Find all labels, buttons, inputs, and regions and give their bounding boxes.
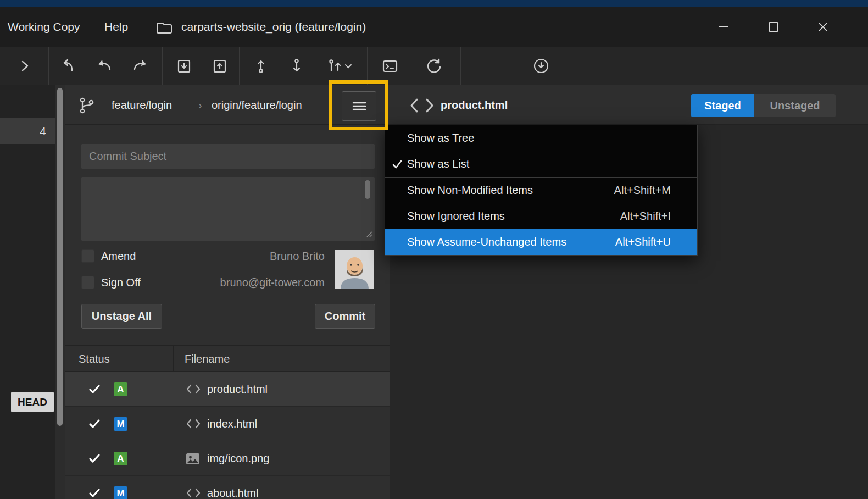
toolbar-separator: [48, 47, 49, 85]
breadcrumb-separator: ›: [198, 85, 202, 125]
commit-graph-rail: 4 HEAD: [0, 85, 55, 499]
toolbar: [0, 47, 868, 85]
close-button[interactable]: [805, 7, 841, 47]
minimize-button[interactable]: [705, 7, 742, 47]
file-name: product.html: [207, 372, 268, 407]
maximize-button[interactable]: [755, 7, 792, 47]
menu-item-show-non-modified[interactable]: Show Non-Modified Items Alt+Shift+M: [385, 178, 697, 203]
menu-item-label: Show as Tree: [407, 132, 474, 144]
menu-working-copy[interactable]: Working Copy: [8, 7, 80, 47]
folder-icon: [155, 20, 173, 35]
sign-off-checkbox[interactable]: [81, 276, 94, 289]
status-badge: M: [114, 486, 127, 499]
toolbar-separator: [460, 47, 461, 85]
pull-icon[interactable]: [172, 54, 196, 78]
menu-shortcut: Alt+Shift+M: [614, 178, 671, 203]
amend-checkbox[interactable]: [81, 250, 94, 263]
toolbar-separator: [367, 47, 368, 85]
branch-icon: [77, 96, 96, 115]
push-icon[interactable]: [208, 54, 232, 78]
code-file-icon: [186, 384, 201, 395]
menu-item-label: Show Assume-Unchanged Items: [407, 236, 566, 248]
menu-item-show-ignored[interactable]: Show Ignored Items Alt+Shift+I: [385, 203, 697, 229]
head-badge: HEAD: [11, 392, 54, 412]
window-title: carparts-website_orig (feature/login): [181, 7, 366, 47]
tracking-branch[interactable]: origin/feature/login: [212, 85, 302, 125]
redo-icon[interactable]: [128, 54, 152, 78]
code-file-icon: [409, 97, 435, 114]
staged-checkmark-icon[interactable]: [88, 452, 101, 465]
commit-button[interactable]: Commit: [315, 304, 375, 329]
diff-panel-header: product.html Staged Unstaged: [390, 85, 868, 125]
author-name: Bruno Brito: [270, 250, 325, 263]
menu-item-label: Show Ignored Items: [407, 210, 505, 222]
staged-checkmark-icon[interactable]: [88, 486, 101, 499]
checkout-icon[interactable]: [57, 54, 81, 78]
code-file-icon: [186, 418, 201, 429]
textarea-scrollbar-thumb[interactable]: [365, 180, 370, 199]
rail-scrollbar[interactable]: [55, 85, 65, 499]
amend-label: Amend: [101, 250, 136, 263]
file-row-icon-png[interactable]: A img/icon.png: [65, 441, 390, 476]
avatar: [335, 250, 374, 289]
menu-shortcut: Alt+Shift+I: [620, 203, 671, 229]
sign-off-label: Sign Off: [101, 276, 141, 289]
image-file-icon: [186, 453, 200, 465]
refresh-icon[interactable]: [422, 54, 446, 78]
menu-help[interactable]: Help: [104, 7, 128, 47]
commit-subject-input[interactable]: [81, 144, 375, 169]
titlebar: Working Copy Help carparts-website_orig …: [0, 7, 868, 47]
status-badge: A: [114, 452, 127, 465]
app-window: Working Copy Help carparts-website_orig …: [0, 0, 868, 499]
menu-item-show-assume-unchanged[interactable]: Show Assume-Unchanged Items Alt+Shift+U: [385, 229, 697, 255]
file-name: img/icon.png: [207, 441, 269, 476]
apply-stash-icon[interactable]: [285, 54, 309, 78]
diff-file-title: product.html: [441, 85, 508, 125]
staged-checkmark-icon[interactable]: [88, 382, 101, 396]
staged-unstaged-toggle: Staged Unstaged: [691, 94, 836, 117]
fetch-icon[interactable]: [529, 54, 553, 78]
menu-item-label: Show as List: [407, 158, 469, 170]
view-options-menu: Show as Tree Show as List Show Non-Modif…: [385, 125, 698, 256]
rail-scrollbar-thumb[interactable]: [57, 88, 63, 426]
staged-tab[interactable]: Staged: [691, 94, 754, 117]
menu-shortcut: Alt+Shift+U: [615, 229, 671, 255]
code-file-icon: [186, 487, 201, 498]
file-row-product[interactable]: A product.html: [65, 372, 390, 407]
highlight-annotation-box: [329, 80, 388, 130]
unstage-all-button[interactable]: Unstage All: [81, 304, 162, 329]
toolbar-separator: [318, 47, 318, 85]
file-row-index[interactable]: M index.html: [65, 407, 390, 441]
expand-panel-button[interactable]: [13, 54, 37, 78]
status-badge: M: [114, 417, 127, 431]
filename-column-header: Filename: [185, 346, 230, 372]
menu-item-label: Show Non-Modified Items: [407, 184, 533, 196]
desktop-edge: [0, 0, 868, 7]
stash-icon[interactable]: [249, 54, 273, 78]
menu-item-show-as-tree[interactable]: Show as Tree: [385, 125, 697, 151]
author-email: bruno@git-tower.com: [220, 276, 325, 289]
toolbar-separator: [162, 47, 163, 85]
working-copy-panel: feature/login › origin/feature/login Ame…: [65, 85, 390, 499]
compare-branches-button[interactable]: [323, 54, 355, 78]
menu-checkmark-icon: [391, 158, 403, 170]
status-badge: A: [114, 382, 127, 396]
status-column-header: Status: [79, 346, 110, 372]
file-row-about[interactable]: M about.html: [65, 476, 390, 499]
commit-message-textarea[interactable]: [81, 177, 375, 241]
graph-row-count[interactable]: 4: [0, 118, 55, 144]
chevron-down-icon: [344, 63, 352, 69]
undo-icon[interactable]: [92, 54, 116, 78]
file-name: about.html: [207, 476, 258, 499]
menu-item-show-as-list[interactable]: Show as List: [385, 151, 697, 177]
toolbar-separator: [239, 47, 240, 85]
staged-checkmark-icon[interactable]: [88, 417, 101, 430]
resize-grip-icon[interactable]: [365, 230, 372, 237]
current-branch[interactable]: feature/login: [112, 85, 172, 125]
file-table-header: Status Filename: [65, 345, 390, 372]
column-divider: [173, 346, 174, 372]
terminal-icon[interactable]: [378, 54, 402, 78]
toolbar-separator: [411, 47, 411, 85]
file-name: index.html: [207, 407, 257, 441]
unstaged-tab[interactable]: Unstaged: [754, 94, 836, 117]
